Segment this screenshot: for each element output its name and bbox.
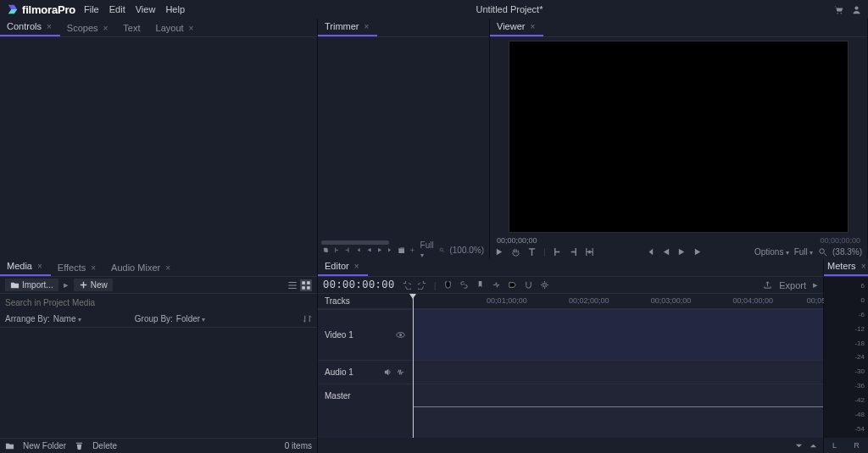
prev-frame-icon[interactable]: [355, 246, 361, 255]
mark-out-icon[interactable]: [569, 247, 578, 257]
viewer-timecode-left[interactable]: 00;00;00;00: [497, 236, 537, 245]
viewer-canvas[interactable]: [509, 41, 849, 233]
playhead[interactable]: [413, 294, 414, 438]
search-input[interactable]: [5, 298, 312, 307]
hand-icon[interactable]: [511, 247, 520, 257]
menu-help[interactable]: Help: [165, 4, 185, 14]
close-icon[interactable]: ×: [103, 24, 108, 33]
arrange-dropdown[interactable]: Name: [53, 314, 130, 323]
menu-file[interactable]: File: [84, 4, 99, 14]
reverse-icon[interactable]: [366, 246, 372, 255]
import-menu-chevron[interactable]: ▸: [64, 279, 69, 290]
mark-in-icon[interactable]: [553, 247, 562, 257]
tab-trimmer[interactable]: Trimmer×: [318, 18, 377, 36]
menu-view[interactable]: View: [136, 4, 156, 14]
loop-icon[interactable]: [323, 246, 329, 255]
tab-audio-mixer[interactable]: Audio Mixer×: [104, 259, 179, 276]
tab-layout[interactable]: Layout×: [149, 19, 203, 36]
menu-edit[interactable]: Edit: [109, 4, 125, 14]
settings-icon[interactable]: [540, 280, 549, 290]
user-icon[interactable]: [852, 5, 861, 14]
tab-effects[interactable]: Effects×: [51, 259, 104, 276]
close-icon[interactable]: ×: [91, 263, 96, 273]
clear-inout-icon[interactable]: [585, 247, 594, 257]
track-master[interactable]: Master: [318, 384, 412, 407]
overlay-icon[interactable]: [398, 246, 404, 255]
mark-out-icon[interactable]: [344, 246, 350, 255]
close-icon[interactable]: ×: [861, 262, 866, 271]
time-ruler[interactable]: 00;01;00;00 00;02;00;00 00;03;00;00 00;0…: [413, 294, 823, 309]
link-icon[interactable]: [459, 280, 469, 290]
play-icon[interactable]: [495, 247, 504, 257]
trimmer-res-dropdown[interactable]: Full: [420, 240, 434, 259]
marker-icon[interactable]: [476, 280, 485, 290]
tab-controls[interactable]: Controls×: [0, 18, 60, 36]
svg-point-13: [399, 334, 402, 336]
undo-icon[interactable]: [402, 280, 411, 290]
delete-button[interactable]: Delete: [92, 441, 117, 450]
track-audio-1[interactable]: Audio 1: [318, 360, 412, 384]
project-title: Untitled Project*: [185, 4, 834, 14]
tab-meters[interactable]: Meters×: [824, 257, 868, 276]
sort-icon[interactable]: [303, 314, 312, 323]
snap-icon[interactable]: [443, 280, 453, 290]
cart-icon[interactable]: [834, 5, 843, 14]
plus-icon: [79, 280, 88, 290]
redo-icon[interactable]: [418, 280, 427, 290]
svg-point-6: [820, 248, 825, 253]
waveform-icon[interactable]: [396, 367, 405, 377]
group-dropdown[interactable]: Folder: [176, 314, 278, 323]
zoom-in-icon[interactable]: [809, 441, 818, 450]
insert-icon[interactable]: [409, 246, 415, 255]
close-icon[interactable]: ×: [354, 262, 359, 271]
tab-viewer[interactable]: Viewer×: [490, 18, 543, 36]
play-icon[interactable]: [677, 247, 687, 257]
track-select-icon[interactable]: [508, 280, 517, 290]
next-frame-icon[interactable]: [387, 246, 393, 255]
speaker-icon[interactable]: [383, 367, 392, 377]
import-button[interactable]: Import...: [5, 279, 58, 291]
eye-icon[interactable]: [396, 330, 405, 340]
editor-timecode[interactable]: 00:00:00:00: [323, 279, 395, 291]
trimmer-toolbar: Full (100.0%): [318, 241, 489, 258]
meter-channel-l: L: [832, 441, 837, 450]
export-button[interactable]: Export: [779, 280, 806, 290]
close-icon[interactable]: ×: [37, 262, 42, 271]
step-forward-icon[interactable]: [693, 247, 703, 257]
zoom-icon[interactable]: [439, 246, 445, 255]
magnet-icon[interactable]: [524, 280, 533, 290]
logo-icon: [7, 3, 19, 15]
go-start-icon[interactable]: [645, 247, 654, 257]
viewer-res-dropdown[interactable]: Full: [794, 247, 813, 257]
viewer-options-dropdown[interactable]: Options: [754, 247, 789, 257]
timeline-area[interactable]: 00;01;00;00 00;02;00;00 00;03;00;00 00;0…: [413, 294, 823, 438]
close-icon[interactable]: ×: [47, 22, 52, 31]
close-icon[interactable]: ×: [364, 22, 370, 31]
svg-point-1: [841, 12, 842, 13]
tab-media[interactable]: Media×: [0, 257, 51, 276]
export-menu-chevron[interactable]: ▸: [813, 279, 818, 290]
close-icon[interactable]: ×: [189, 24, 194, 33]
grid-view-icon[interactable]: [300, 279, 312, 291]
audio-meter: 60 -6-12 -18-24 -30-36 -42-48 -54: [824, 277, 868, 438]
svg-rect-8: [307, 281, 310, 285]
zoom-icon[interactable]: [818, 247, 827, 257]
trimmer-zoom: (100.0%): [449, 246, 484, 255]
new-folder-button[interactable]: New Folder: [23, 441, 66, 450]
mark-in-icon[interactable]: [334, 246, 340, 255]
tab-scopes[interactable]: Scopes×: [60, 19, 117, 36]
close-icon[interactable]: ×: [165, 263, 170, 273]
play-icon[interactable]: [377, 246, 383, 255]
zoom-out-icon[interactable]: [794, 441, 804, 450]
tab-editor[interactable]: Editor×: [318, 257, 368, 276]
item-count: 0 items: [285, 441, 312, 450]
new-button[interactable]: New: [74, 279, 113, 291]
list-view-icon[interactable]: [287, 279, 298, 291]
step-back-icon[interactable]: [661, 247, 670, 257]
track-video-1[interactable]: Video 1: [318, 309, 412, 360]
controls-panel: Controls× Scopes× Text Layout×: [0, 19, 318, 258]
ripple-icon[interactable]: [492, 280, 501, 290]
tab-text[interactable]: Text: [116, 19, 148, 36]
close-icon[interactable]: ×: [530, 22, 535, 31]
text-tool-icon[interactable]: [527, 247, 537, 257]
